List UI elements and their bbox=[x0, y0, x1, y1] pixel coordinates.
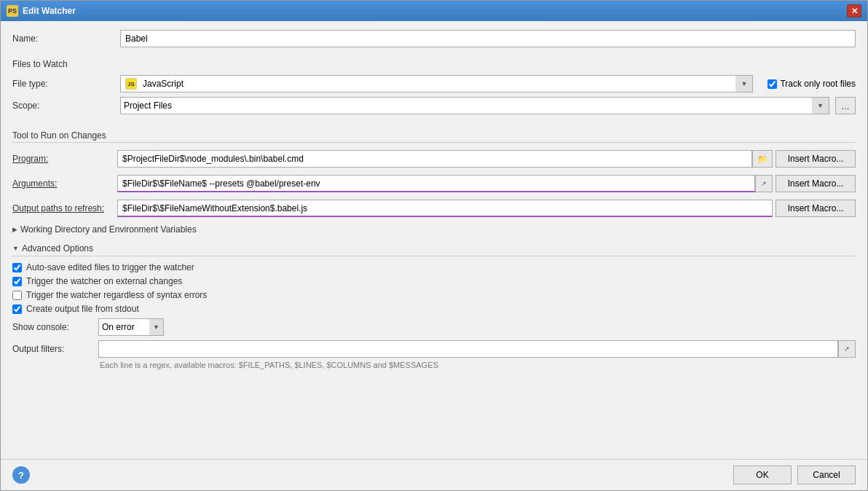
output-paths-insert-macro-button[interactable]: Insert Macro... bbox=[776, 200, 856, 217]
track-only-label: Track only root files bbox=[780, 79, 856, 89]
program-label: Program: bbox=[12, 154, 114, 164]
filetype-row: File type: JS JavaScript ▼ Track only ro… bbox=[12, 75, 856, 93]
title-bar: PS Edit Watcher ✕ bbox=[1, 1, 867, 21]
auto-save-label: Auto-save edited files to trigger the wa… bbox=[26, 262, 194, 272]
output-filters-row: Output filters: ↗ bbox=[12, 340, 856, 358]
files-to-watch-section: Files to Watch File type: JS JavaScript … bbox=[12, 56, 856, 122]
advanced-label: Advanced Options bbox=[22, 243, 93, 254]
advanced-section: ▼ Advanced Options Auto-save edited file… bbox=[12, 243, 856, 369]
create-output-row: Create output file from stdout bbox=[12, 304, 856, 314]
program-input-wrap: 📁 bbox=[117, 150, 773, 168]
filetype-display[interactable]: JS JavaScript bbox=[120, 75, 753, 93]
scope-select[interactable]: Project Files bbox=[120, 97, 829, 114]
filetype-combo: JS JavaScript ▼ bbox=[120, 75, 753, 93]
trigger-external-row: Trigger the watcher on external changes bbox=[12, 276, 856, 286]
working-dir-triangle-icon: ▶ bbox=[12, 226, 17, 233]
name-row: Name: bbox=[12, 30, 856, 47]
output-paths-input[interactable] bbox=[117, 200, 773, 217]
close-button[interactable]: ✕ bbox=[847, 4, 861, 17]
tool-section-label: Tool to Run on Changes bbox=[12, 130, 856, 143]
output-filters-input-wrap: ↗ bbox=[98, 340, 856, 358]
auto-save-checkbox[interactable] bbox=[12, 263, 22, 272]
trigger-syntax-row: Trigger the watcher regardless of syntax… bbox=[12, 290, 856, 300]
title-bar-left: PS Edit Watcher bbox=[7, 5, 76, 17]
output-paths-row: Output paths to refresh: Insert Macro... bbox=[12, 200, 856, 217]
console-select-wrap: Always On error Never ▼ bbox=[98, 318, 164, 336]
advanced-collapse-icon: ▼ bbox=[12, 245, 19, 252]
output-paths-input-wrap bbox=[117, 200, 773, 217]
track-only-checkbox[interactable] bbox=[768, 79, 777, 89]
working-dir-row[interactable]: ▶ Working Directory and Environment Vari… bbox=[12, 224, 856, 235]
app-icon: PS bbox=[7, 5, 18, 17]
advanced-title[interactable]: ▼ Advanced Options bbox=[12, 243, 856, 256]
filetype-value: JavaScript bbox=[143, 79, 184, 89]
auto-save-row: Auto-save edited files to trigger the wa… bbox=[12, 262, 856, 272]
js-icon: JS bbox=[125, 78, 137, 90]
trigger-external-checkbox[interactable] bbox=[12, 277, 22, 286]
dialog-footer: ? OK Cancel bbox=[1, 459, 867, 490]
cancel-button[interactable]: Cancel bbox=[797, 466, 856, 484]
arguments-label: Arguments: bbox=[12, 178, 114, 189]
create-output-checkbox[interactable] bbox=[12, 305, 22, 314]
output-paths-label: Output paths to refresh: bbox=[12, 203, 114, 213]
help-button[interactable]: ? bbox=[12, 466, 30, 484]
trigger-syntax-label: Trigger the watcher regardless of syntax… bbox=[26, 290, 207, 300]
footer-buttons: OK Cancel bbox=[733, 466, 856, 484]
files-to-watch-label: Files to Watch bbox=[12, 59, 856, 69]
arguments-expand-button[interactable]: ↗ bbox=[755, 175, 773, 192]
output-filters-expand-button[interactable]: ↗ bbox=[838, 340, 856, 358]
edit-watcher-dialog: PS Edit Watcher ✕ Name: Files to Watch F… bbox=[0, 0, 868, 491]
working-dir-label: Working Directory and Environment Variab… bbox=[20, 224, 197, 235]
scope-label: Scope: bbox=[12, 101, 114, 111]
dialog-title: Edit Watcher bbox=[23, 6, 76, 16]
regex-hint: Each line is a regex, available macros: … bbox=[100, 361, 856, 369]
files-to-watch-content: File type: JS JavaScript ▼ Track only ro… bbox=[12, 72, 856, 122]
show-console-label: Show console: bbox=[12, 322, 92, 332]
create-output-label: Create output file from stdout bbox=[26, 304, 139, 314]
name-label: Name: bbox=[12, 34, 114, 44]
ok-button[interactable]: OK bbox=[733, 466, 792, 484]
trigger-syntax-checkbox[interactable] bbox=[12, 291, 22, 300]
program-input[interactable] bbox=[117, 150, 752, 168]
scope-select-wrap: Project Files ▼ bbox=[120, 97, 829, 114]
arguments-insert-macro-button[interactable]: Insert Macro... bbox=[776, 175, 856, 192]
output-filters-label: Output filters: bbox=[12, 344, 92, 354]
name-input[interactable] bbox=[120, 30, 856, 47]
console-select[interactable]: Always On error Never bbox=[98, 318, 164, 336]
scope-dots-button[interactable]: ... bbox=[835, 97, 856, 114]
show-console-row: Show console: Always On error Never ▼ bbox=[12, 318, 856, 336]
program-insert-macro-button[interactable]: Insert Macro... bbox=[776, 150, 856, 168]
program-browse-button[interactable]: 📁 bbox=[752, 150, 773, 168]
arguments-input[interactable] bbox=[117, 175, 755, 192]
filetype-label: File type: bbox=[12, 79, 114, 89]
trigger-external-label: Trigger the watcher on external changes bbox=[26, 276, 182, 286]
program-row: Program: 📁 Insert Macro... bbox=[12, 150, 856, 168]
output-filters-input[interactable] bbox=[98, 340, 838, 358]
arguments-input-wrap: ↗ bbox=[117, 175, 773, 192]
dialog-body: Name: Files to Watch File type: JS JavaS… bbox=[1, 21, 867, 459]
scope-row: Scope: Project Files ▼ ... bbox=[12, 97, 856, 114]
track-only-checkbox-wrap: Track only root files bbox=[768, 79, 856, 89]
arguments-row: Arguments: ↗ Insert Macro... bbox=[12, 175, 856, 192]
